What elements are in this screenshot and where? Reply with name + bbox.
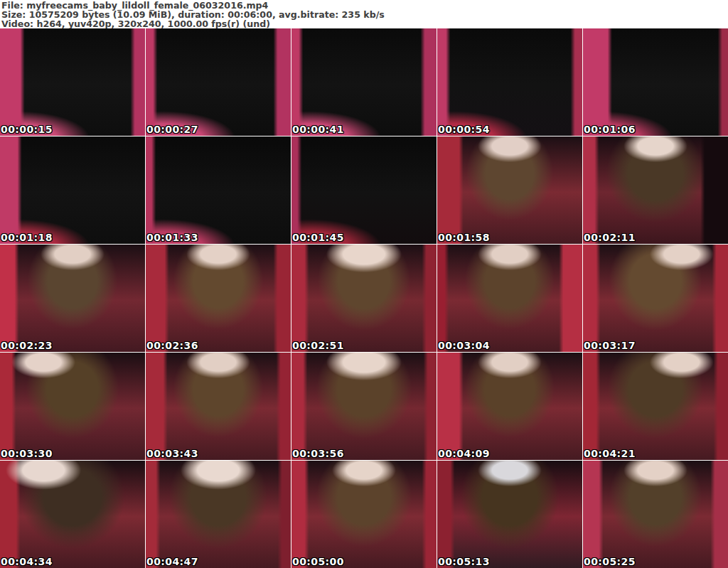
timestamp-overlay: 00:02:51 — [292, 340, 344, 351]
video-thumbnail: 00:05:13 — [437, 461, 582, 568]
timestamp-overlay: 00:01:06 — [584, 124, 636, 135]
timestamp-overlay: 00:04:34 — [1, 556, 53, 567]
timestamp-overlay: 00:03:30 — [1, 448, 53, 459]
timestamp-overlay: 00:04:09 — [438, 448, 490, 459]
timestamp-overlay: 00:00:41 — [292, 124, 344, 135]
video-thumbnail: 00:02:51 — [291, 245, 437, 352]
video-thumbnail: 00:03:56 — [291, 353, 437, 460]
video-thumbnail: 00:04:47 — [146, 461, 291, 568]
video-thumbnail: 00:00:27 — [146, 28, 291, 136]
timestamp-overlay: 00:00:27 — [146, 124, 198, 135]
video-thumbnail: 00:04:34 — [0, 461, 145, 568]
timestamp-overlay: 00:03:56 — [292, 448, 344, 459]
video-thumbnail: 00:02:23 — [0, 245, 145, 352]
timestamp-overlay: 00:01:58 — [438, 232, 490, 243]
timestamp-overlay: 00:01:45 — [292, 232, 344, 243]
file-info-header: File: myfreecams_baby_lildoll_female_060… — [0, 0, 728, 28]
timestamp-overlay: 00:05:13 — [438, 556, 490, 567]
timestamp-overlay: 00:04:21 — [584, 448, 636, 459]
video-thumbnail: 00:03:43 — [146, 353, 291, 460]
video-thumbnail: 00:03:17 — [583, 245, 728, 352]
video-thumbnail: 00:03:04 — [437, 245, 582, 352]
timestamp-overlay: 00:03:04 — [438, 340, 490, 351]
video-thumbnail: 00:01:45 — [291, 136, 437, 244]
video-thumbnail: 00:04:09 — [437, 353, 582, 460]
video-info-line: Video: h264, yuv420p, 320x240, 1000.00 f… — [1, 19, 728, 28]
timestamp-overlay: 00:03:17 — [584, 340, 636, 351]
video-thumbnail: 00:01:06 — [583, 28, 728, 136]
timestamp-overlay: 00:01:33 — [146, 232, 198, 243]
timestamp-overlay: 00:00:15 — [1, 124, 53, 135]
timestamp-overlay: 00:00:54 — [438, 124, 490, 135]
timestamp-overlay: 00:02:11 — [584, 232, 636, 243]
video-thumbnail: 00:00:54 — [437, 28, 582, 136]
timestamp-overlay: 00:01:18 — [1, 232, 53, 243]
video-thumbnail: 00:04:21 — [583, 353, 728, 460]
video-thumbnail: 00:02:36 — [146, 245, 291, 352]
timestamp-overlay: 00:04:47 — [146, 556, 198, 567]
timestamp-overlay: 00:03:43 — [146, 448, 198, 459]
timestamp-overlay: 00:02:36 — [146, 340, 198, 351]
video-thumbnail: 00:00:15 — [0, 28, 145, 136]
video-thumbnail: 00:01:18 — [0, 136, 145, 244]
timestamp-overlay: 00:02:23 — [1, 340, 53, 351]
video-thumbnail: 00:00:41 — [291, 28, 437, 136]
timestamp-overlay: 00:05:00 — [292, 556, 344, 567]
video-thumbnail: 00:01:58 — [437, 136, 582, 244]
video-thumbnail: 00:03:30 — [0, 353, 145, 460]
video-thumbnail: 00:05:00 — [291, 461, 437, 568]
timestamp-overlay: 00:05:25 — [584, 556, 636, 567]
video-thumbnail: 00:05:25 — [583, 461, 728, 568]
video-thumbnail: 00:02:11 — [583, 136, 728, 244]
video-thumbnail: 00:01:33 — [146, 136, 291, 244]
thumbnail-grid: 00:00:1500:00:2700:00:4100:00:5400:01:06… — [0, 28, 728, 568]
